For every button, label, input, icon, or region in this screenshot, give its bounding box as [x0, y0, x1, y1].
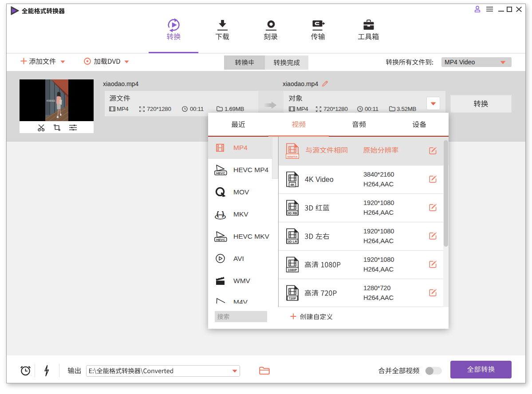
svg-text:HEVC: HEVC: [216, 171, 225, 175]
svg-text:HEVC: HEVC: [216, 238, 225, 242]
svg-text:3D RB: 3D RB: [288, 211, 297, 215]
svg-text:{: {: [217, 210, 219, 217]
svg-text:4K: 4K: [290, 183, 295, 187]
svg-text:}: }: [222, 210, 225, 217]
svg-text:1080P: 1080P: [288, 268, 297, 272]
svg-text:720P: 720P: [289, 296, 296, 300]
svg-text:source: source: [287, 154, 298, 158]
svg-text:KS9321: KS9321: [47, 99, 55, 102]
svg-text:3D LR: 3D LR: [288, 240, 298, 244]
